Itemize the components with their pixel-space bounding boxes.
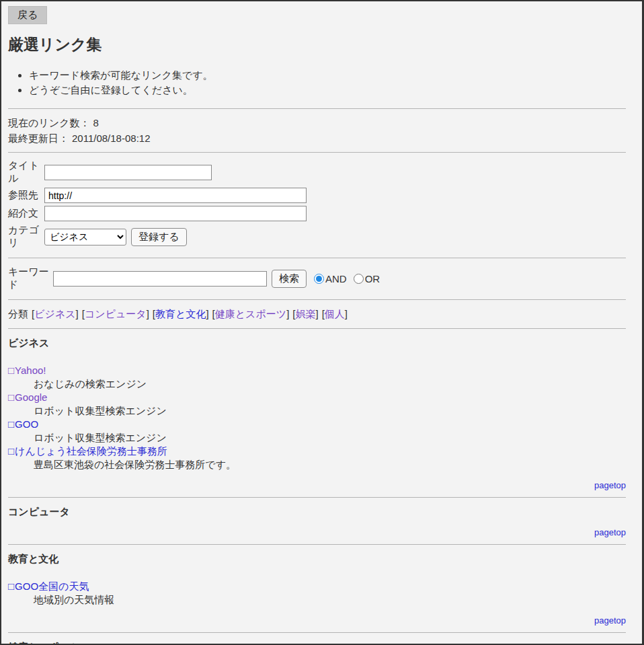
category-row: カテゴリ ビジネス 登録する: [8, 224, 626, 250]
link-count-line: 現在のリンク数：8: [8, 115, 626, 130]
section-business: ビジネス □Yahoo!おなじみの検索エンジン□Googleロボット収集型検索エ…: [8, 337, 626, 498]
link-description: ロボット収集型検索エンジン: [8, 431, 626, 445]
back-button[interactable]: 戻る: [8, 6, 47, 24]
register-button[interactable]: 登録する: [131, 228, 187, 246]
keyword-input[interactable]: [53, 271, 267, 287]
note-item: キーワード検索が可能なリンク集です。: [29, 68, 626, 83]
last-updated-line: 最終更新日：2011/08/18-08:12: [8, 130, 626, 146]
link-count-value: 8: [93, 117, 98, 128]
square-icon: □: [8, 418, 14, 430]
divider: [8, 152, 626, 153]
divider: [8, 258, 626, 258]
category-nav-item: [コンピュータ]: [82, 308, 149, 319]
bracket: ]: [315, 308, 318, 319]
stats-block: 現在のリンク数：8 最終更新日：2011/08/18-08:12: [8, 115, 626, 146]
category-nav-item: [健康とスポーツ]: [212, 308, 290, 319]
link-count-label: 現在のリンク数：: [8, 117, 89, 128]
square-icon: □: [8, 580, 14, 592]
bracket: ]: [286, 308, 289, 319]
link-label: GOO: [15, 418, 38, 430]
category-link-health[interactable]: 健康とスポーツ: [215, 308, 286, 319]
category-nav: 分類[ビジネス][コンピュータ][教育と文化][健康とスポーツ][娯楽][個人]: [8, 307, 626, 321]
link-description: 地域別の天気情報: [8, 593, 626, 607]
last-updated-value: 2011/08/18-08:12: [72, 132, 151, 144]
bracket: ]: [206, 308, 208, 319]
divider: [8, 299, 626, 300]
url-label: 参照先: [8, 189, 44, 202]
section-heading: ビジネス: [8, 337, 626, 350]
url-input[interactable]: [44, 188, 307, 203]
keyword-label: キーワード: [8, 266, 53, 291]
operator-radio-group: AND OR: [314, 273, 387, 284]
link-google[interactable]: □Google: [8, 391, 47, 403]
description-label: 紹介文: [8, 207, 44, 220]
section-heading: 健康とスポーツ: [8, 641, 626, 645]
or-radio[interactable]: [354, 274, 364, 284]
category-link-education[interactable]: 教育と文化: [155, 308, 206, 319]
link-description: 豊島区東池袋の社会保険労務士事務所です。: [8, 458, 626, 471]
category-link-entertainment[interactable]: 娯楽: [295, 308, 315, 319]
link-row: □GOO: [8, 418, 626, 431]
pagetop-row: pagetop: [8, 480, 626, 491]
section-heading: 教育と文化: [8, 553, 626, 566]
search-form: キーワード 検索 AND OR: [8, 266, 626, 291]
pagetop-row: pagetop: [8, 527, 626, 538]
section-education: 教育と文化 □GOO全国の天気地域別の天気情報 pagetop: [8, 553, 626, 633]
section-heading: コンピュータ: [8, 506, 626, 519]
pagetop-link[interactable]: pagetop: [594, 527, 626, 537]
category-label: カテゴリ: [8, 224, 44, 250]
category-nav-item: [個人]: [322, 308, 348, 319]
square-icon: □: [8, 391, 14, 403]
category-link-computer[interactable]: コンピュータ: [85, 308, 147, 319]
intro-notes: キーワード検索が可能なリンク集です。 どうぞご自由に登録してください。: [8, 68, 626, 98]
category-nav-item: [教育と文化]: [153, 308, 209, 319]
category-nav-prefix: 分類: [8, 308, 28, 319]
square-icon: □: [8, 445, 14, 457]
title-input[interactable]: [44, 165, 212, 180]
search-button[interactable]: 検索: [272, 270, 307, 288]
url-row: 参照先: [8, 188, 626, 203]
category-link-business[interactable]: ビジネス: [34, 308, 75, 319]
divider: [8, 108, 626, 109]
link-row: □Yahoo!: [8, 364, 626, 377]
or-radio-option[interactable]: OR: [354, 273, 380, 284]
pagetop-link[interactable]: pagetop: [594, 480, 626, 490]
bracket: ]: [345, 308, 348, 319]
pagetop-row: pagetop: [8, 615, 626, 626]
divider: [8, 632, 626, 633]
link-row: □けんじょう社会保険労務士事務所: [8, 445, 626, 458]
category-nav-item: [ビジネス]: [32, 308, 79, 319]
or-radio-label: OR: [365, 273, 380, 284]
last-updated-label: 最終更新日：: [8, 132, 69, 144]
and-radio-option[interactable]: AND: [314, 273, 347, 284]
link-goo-weather[interactable]: □GOO全国の天気: [8, 580, 89, 592]
page-title: 厳選リンク集: [8, 34, 626, 55]
bracket: ]: [147, 308, 149, 319]
divider: [8, 497, 626, 498]
link-kenjo-office[interactable]: □けんじょう社会保険労務士事務所: [8, 445, 167, 457]
link-row: □Google: [8, 391, 626, 404]
link-label: GOO全国の天気: [15, 580, 89, 592]
link-label: Google: [15, 391, 47, 403]
and-radio-label: AND: [325, 273, 347, 284]
link-label: けんじょう社会保険労務士事務所: [15, 445, 167, 457]
category-select[interactable]: ビジネス: [44, 229, 126, 245]
link-description: おなじみの検索エンジン: [8, 377, 626, 391]
title-row: タイトル: [8, 159, 626, 185]
note-item: どうぞご自由に登録してください。: [29, 83, 626, 98]
description-row: 紹介文: [8, 206, 626, 221]
divider: [8, 544, 626, 545]
category-link-personal[interactable]: 個人: [325, 308, 345, 319]
link-description: ロボット収集型検索エンジン: [8, 404, 626, 418]
category-nav-item: [娯楽]: [292, 308, 318, 319]
register-form: タイトル 参照先 紹介文 カテゴリ ビジネス 登録する: [8, 159, 626, 250]
page: 戻る 厳選リンク集 キーワード検索が可能なリンク集です。 どうぞご自由に登録して…: [1, 1, 642, 645]
divider: [8, 328, 626, 329]
link-yahoo[interactable]: □Yahoo!: [8, 365, 46, 376]
pagetop-link[interactable]: pagetop: [594, 615, 626, 625]
link-goo[interactable]: □GOO: [8, 418, 38, 430]
link-label: Yahoo!: [15, 365, 46, 376]
link-row: □GOO全国の天気: [8, 580, 626, 593]
description-input[interactable]: [44, 206, 307, 221]
and-radio[interactable]: [314, 274, 324, 284]
